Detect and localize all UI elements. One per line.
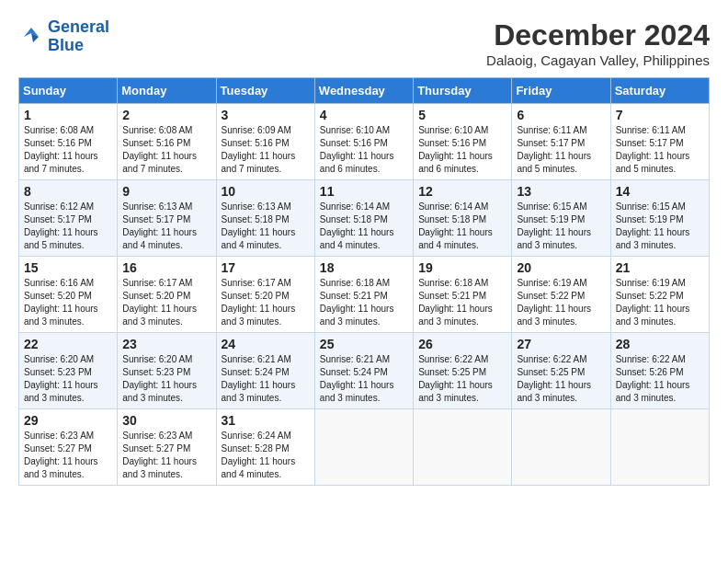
- col-header-monday: Monday: [118, 78, 216, 104]
- day-number: 30: [122, 413, 210, 428]
- calendar-cell: 6Sunrise: 6:11 AM Sunset: 5:17 PM Daylig…: [512, 104, 610, 180]
- day-info: Sunrise: 6:20 AM Sunset: 5:23 PM Dayligh…: [122, 353, 210, 405]
- calendar-cell: 11Sunrise: 6:14 AM Sunset: 5:18 PM Dayli…: [314, 180, 413, 257]
- day-number: 18: [320, 260, 408, 275]
- day-number: 31: [222, 413, 310, 428]
- day-number: 11: [320, 184, 408, 199]
- day-number: 6: [517, 108, 605, 122]
- calendar-cell: 9Sunrise: 6:13 AM Sunset: 5:17 PM Daylig…: [118, 180, 216, 257]
- day-info: Sunrise: 6:22 AM Sunset: 5:25 PM Dayligh…: [517, 353, 605, 405]
- logo-text: GeneralBlue: [48, 18, 109, 55]
- day-number: 22: [24, 337, 112, 351]
- col-header-saturday: Saturday: [610, 78, 709, 104]
- calendar-week-4: 22Sunrise: 6:20 AM Sunset: 5:23 PM Dayli…: [19, 333, 710, 409]
- day-info: Sunrise: 6:15 AM Sunset: 5:19 PM Dayligh…: [517, 201, 605, 252]
- day-number: 5: [418, 108, 506, 122]
- day-number: 21: [616, 260, 704, 275]
- calendar-table: SundayMondayTuesdayWednesdayThursdayFrid…: [18, 77, 710, 486]
- location: Dalaoig, Cagayan Valley, Philippines: [486, 52, 710, 68]
- day-info: Sunrise: 6:22 AM Sunset: 5:26 PM Dayligh…: [616, 353, 704, 405]
- calendar-cell: 23Sunrise: 6:20 AM Sunset: 5:23 PM Dayli…: [118, 333, 216, 409]
- day-info: Sunrise: 6:16 AM Sunset: 5:20 PM Dayligh…: [24, 277, 112, 328]
- calendar-cell: 29Sunrise: 6:23 AM Sunset: 5:27 PM Dayli…: [19, 409, 118, 486]
- day-number: 7: [616, 108, 704, 122]
- day-info: Sunrise: 6:10 AM Sunset: 5:16 PM Dayligh…: [418, 124, 506, 176]
- day-info: Sunrise: 6:13 AM Sunset: 5:18 PM Dayligh…: [222, 201, 310, 252]
- day-info: Sunrise: 6:17 AM Sunset: 5:20 PM Dayligh…: [122, 277, 210, 328]
- calendar-cell: 8Sunrise: 6:12 AM Sunset: 5:17 PM Daylig…: [19, 180, 118, 257]
- day-number: 8: [24, 184, 112, 199]
- calendar-cell: 1Sunrise: 6:08 AM Sunset: 5:16 PM Daylig…: [19, 104, 118, 180]
- calendar-cell: [610, 409, 709, 486]
- day-info: Sunrise: 6:14 AM Sunset: 5:18 PM Dayligh…: [418, 201, 506, 252]
- day-number: 17: [222, 260, 310, 275]
- day-number: 10: [222, 184, 310, 199]
- day-info: Sunrise: 6:08 AM Sunset: 5:16 PM Dayligh…: [122, 124, 210, 176]
- calendar-cell: 25Sunrise: 6:21 AM Sunset: 5:24 PM Dayli…: [314, 333, 413, 409]
- title-block: December 2024 Dalaoig, Cagayan Valley, P…: [486, 18, 710, 68]
- calendar-week-2: 8Sunrise: 6:12 AM Sunset: 5:17 PM Daylig…: [19, 180, 710, 257]
- day-info: Sunrise: 6:17 AM Sunset: 5:20 PM Dayligh…: [222, 277, 310, 328]
- calendar-cell: [314, 409, 413, 486]
- day-number: 3: [222, 108, 310, 122]
- day-info: Sunrise: 6:18 AM Sunset: 5:21 PM Dayligh…: [320, 277, 408, 328]
- calendar-cell: 4Sunrise: 6:10 AM Sunset: 5:16 PM Daylig…: [314, 104, 413, 180]
- day-info: Sunrise: 6:12 AM Sunset: 5:17 PM Dayligh…: [24, 201, 112, 252]
- calendar-cell: 24Sunrise: 6:21 AM Sunset: 5:24 PM Dayli…: [216, 333, 314, 409]
- col-header-wednesday: Wednesday: [314, 78, 413, 104]
- day-info: Sunrise: 6:08 AM Sunset: 5:16 PM Dayligh…: [24, 124, 112, 176]
- calendar-cell: 18Sunrise: 6:18 AM Sunset: 5:21 PM Dayli…: [314, 257, 413, 333]
- calendar-cell: 12Sunrise: 6:14 AM Sunset: 5:18 PM Dayli…: [414, 180, 512, 257]
- calendar-cell: 10Sunrise: 6:13 AM Sunset: 5:18 PM Dayli…: [216, 180, 314, 257]
- calendar-cell: [414, 409, 512, 486]
- day-number: 23: [122, 337, 210, 351]
- day-number: 24: [222, 337, 310, 351]
- calendar-cell: 22Sunrise: 6:20 AM Sunset: 5:23 PM Dayli…: [19, 333, 118, 409]
- calendar-week-3: 15Sunrise: 6:16 AM Sunset: 5:20 PM Dayli…: [19, 257, 710, 333]
- calendar-cell: 31Sunrise: 6:24 AM Sunset: 5:28 PM Dayli…: [216, 409, 314, 486]
- day-info: Sunrise: 6:23 AM Sunset: 5:27 PM Dayligh…: [24, 430, 112, 481]
- day-number: 4: [320, 108, 408, 122]
- day-info: Sunrise: 6:18 AM Sunset: 5:21 PM Dayligh…: [418, 277, 506, 328]
- day-info: Sunrise: 6:15 AM Sunset: 5:19 PM Dayligh…: [616, 201, 704, 252]
- day-info: Sunrise: 6:14 AM Sunset: 5:18 PM Dayligh…: [320, 201, 408, 252]
- day-info: Sunrise: 6:23 AM Sunset: 5:27 PM Dayligh…: [122, 430, 210, 481]
- calendar-header: SundayMondayTuesdayWednesdayThursdayFrid…: [19, 78, 710, 104]
- page-header: GeneralBlue December 2024 Dalaoig, Cagay…: [18, 18, 710, 68]
- day-info: Sunrise: 6:13 AM Sunset: 5:17 PM Dayligh…: [122, 201, 210, 252]
- calendar-cell: 27Sunrise: 6:22 AM Sunset: 5:25 PM Dayli…: [512, 333, 610, 409]
- day-number: 19: [418, 260, 506, 275]
- day-info: Sunrise: 6:21 AM Sunset: 5:24 PM Dayligh…: [222, 353, 310, 405]
- day-info: Sunrise: 6:19 AM Sunset: 5:22 PM Dayligh…: [616, 277, 704, 328]
- calendar-cell: 13Sunrise: 6:15 AM Sunset: 5:19 PM Dayli…: [512, 180, 610, 257]
- col-header-sunday: Sunday: [19, 78, 118, 104]
- calendar-cell: 7Sunrise: 6:11 AM Sunset: 5:17 PM Daylig…: [610, 104, 709, 180]
- calendar-week-5: 29Sunrise: 6:23 AM Sunset: 5:27 PM Dayli…: [19, 409, 710, 486]
- day-number: 1: [24, 108, 112, 122]
- svg-marker-0: [24, 28, 39, 37]
- calendar-cell: 16Sunrise: 6:17 AM Sunset: 5:20 PM Dayli…: [118, 257, 216, 333]
- day-number: 26: [418, 337, 506, 351]
- logo-bird-icon: [18, 24, 44, 50]
- calendar-cell: 5Sunrise: 6:10 AM Sunset: 5:16 PM Daylig…: [414, 104, 512, 180]
- calendar-cell: 15Sunrise: 6:16 AM Sunset: 5:20 PM Dayli…: [19, 257, 118, 333]
- day-number: 15: [24, 260, 112, 275]
- calendar-cell: 21Sunrise: 6:19 AM Sunset: 5:22 PM Dayli…: [610, 257, 709, 333]
- calendar-cell: 20Sunrise: 6:19 AM Sunset: 5:22 PM Dayli…: [512, 257, 610, 333]
- day-number: 12: [418, 184, 506, 199]
- day-number: 13: [517, 184, 605, 199]
- day-number: 25: [320, 337, 408, 351]
- day-info: Sunrise: 6:11 AM Sunset: 5:17 PM Dayligh…: [517, 124, 605, 176]
- day-number: 28: [616, 337, 704, 351]
- day-info: Sunrise: 6:24 AM Sunset: 5:28 PM Dayligh…: [222, 430, 310, 481]
- logo: GeneralBlue: [18, 18, 109, 55]
- calendar-cell: 19Sunrise: 6:18 AM Sunset: 5:21 PM Dayli…: [414, 257, 512, 333]
- col-header-friday: Friday: [512, 78, 610, 104]
- day-number: 14: [616, 184, 704, 199]
- calendar-week-1: 1Sunrise: 6:08 AM Sunset: 5:16 PM Daylig…: [19, 104, 710, 180]
- day-info: Sunrise: 6:10 AM Sunset: 5:16 PM Dayligh…: [320, 124, 408, 176]
- day-number: 27: [517, 337, 605, 351]
- calendar-cell: 28Sunrise: 6:22 AM Sunset: 5:26 PM Dayli…: [610, 333, 709, 409]
- day-info: Sunrise: 6:22 AM Sunset: 5:25 PM Dayligh…: [418, 353, 506, 405]
- day-number: 2: [122, 108, 210, 122]
